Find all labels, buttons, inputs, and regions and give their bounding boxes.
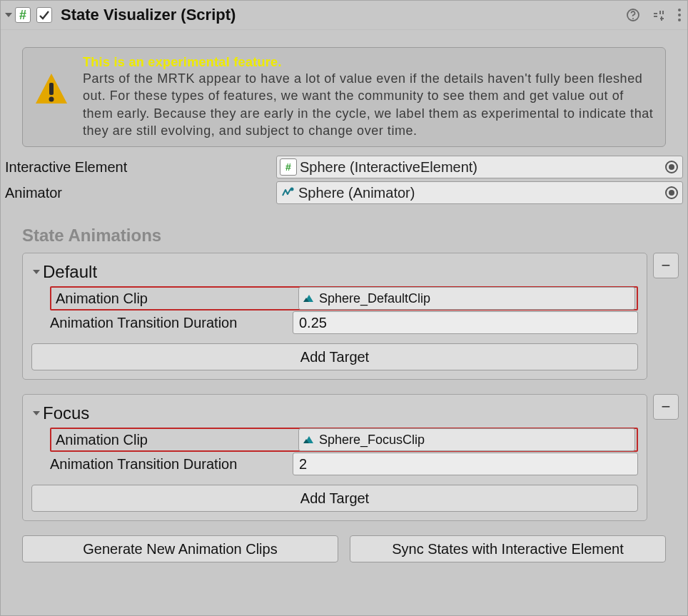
animation-clip-field-default[interactable]: Sphere_DefaultClip (298, 287, 635, 310)
animator-label: Animator (5, 185, 276, 201)
experimental-warning: This is an experimental feature. Parts o… (22, 47, 666, 147)
state-name-focus: Focus (43, 403, 89, 423)
state-foldout-icon[interactable] (33, 270, 40, 274)
state-block-default: Default Animation Clip Sphere_DefaultCli… (22, 253, 647, 380)
svg-point-7 (290, 188, 294, 191)
svg-point-6 (49, 97, 54, 102)
animator-field[interactable]: Sphere (Animator) (276, 181, 683, 204)
help-icon[interactable] (626, 8, 640, 22)
animation-clip-label: Animation Clip (51, 291, 298, 307)
add-target-button-focus[interactable]: Add Target (31, 485, 638, 512)
animator-ref-icon (280, 185, 295, 201)
svg-point-3 (678, 14, 681, 16)
object-picker-icon[interactable] (665, 161, 678, 173)
component-foldout-icon[interactable] (5, 13, 12, 17)
svg-rect-5 (49, 83, 54, 95)
component-title: State Visualizer (Script) (61, 6, 236, 24)
remove-state-button-focus[interactable]: − (653, 394, 679, 420)
animation-clip-field-focus[interactable]: Sphere_FocusClip (298, 428, 635, 451)
animation-clip-value-default: Sphere_DefaultClip (319, 291, 430, 306)
state-block-focus: Focus Animation Clip Sphere_FocusClip An… (22, 394, 647, 521)
add-target-button-default[interactable]: Add Target (31, 343, 638, 370)
sync-states-button[interactable]: Sync States with Interactive Element (350, 535, 666, 562)
state-name-default: Default (43, 262, 97, 282)
svg-point-2 (678, 9, 681, 11)
interactive-element-value: Sphere (InteractiveElement) (300, 159, 477, 176)
transition-duration-label: Animation Transition Duration (50, 456, 293, 473)
component-enabled-checkbox[interactable] (36, 7, 52, 23)
interactive-element-field[interactable]: # Sphere (InteractiveElement) (276, 156, 683, 178)
transition-duration-field-default[interactable]: 0.25 (293, 311, 638, 334)
animclip-icon (302, 291, 316, 306)
warning-body: Parts of the MRTK appear to have a lot o… (83, 70, 655, 139)
script-type-icon: # (15, 7, 31, 23)
animation-clip-value-focus: Sphere_FocusClip (319, 433, 425, 448)
remove-state-button-default[interactable]: − (653, 253, 679, 278)
state-foldout-icon[interactable] (33, 411, 40, 415)
warning-icon (33, 55, 70, 108)
state-animations-heading: State Animations (22, 226, 666, 246)
animator-value: Sphere (Animator) (298, 185, 415, 201)
svg-point-1 (632, 18, 634, 19)
preset-icon[interactable] (652, 8, 666, 22)
warning-title: This is an experimental feature. (83, 55, 655, 70)
component-menu-icon[interactable] (677, 8, 682, 22)
interactive-element-label: Interactive Element (5, 159, 276, 176)
generate-clips-button[interactable]: Generate New Animation Clips (22, 535, 338, 562)
animation-clip-label: Animation Clip (51, 432, 298, 448)
transition-duration-field-focus[interactable]: 2 (293, 453, 638, 475)
transition-duration-label: Animation Transition Duration (50, 315, 293, 331)
svg-point-4 (678, 19, 681, 21)
animclip-icon (302, 433, 316, 447)
script-ref-icon: # (280, 158, 297, 176)
object-picker-icon[interactable] (665, 186, 678, 199)
